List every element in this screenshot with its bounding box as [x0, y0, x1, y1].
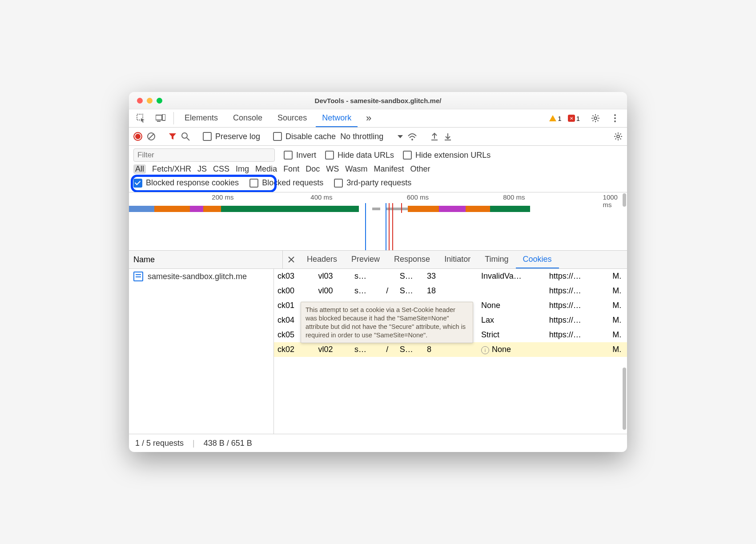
- network-conditions-icon[interactable]: [407, 132, 417, 140]
- download-har-icon[interactable]: [443, 132, 452, 141]
- cookie-row[interactable]: ck02vl02s…/S…8iNoneM.: [274, 342, 627, 357]
- minimize-button[interactable]: [147, 98, 153, 104]
- third-party-checkbox[interactable]: 3rd-party requests: [334, 178, 411, 188]
- throttling-value: No throttling: [340, 132, 383, 141]
- cookie-cell: https://…: [546, 284, 609, 298]
- cookie-row[interactable]: ck00vl00s…/S…18https://…M.: [274, 284, 627, 298]
- cookie-cell: Strict: [478, 328, 546, 342]
- cookie-cell: InvalidVa…: [478, 269, 546, 284]
- network-settings-gear-icon[interactable]: [614, 132, 623, 141]
- svg-point-10: [182, 133, 187, 138]
- cookie-cell: M.: [609, 342, 627, 357]
- scrollbar[interactable]: [623, 193, 626, 207]
- type-media[interactable]: Media: [255, 164, 277, 174]
- dtab-response[interactable]: Response: [387, 251, 437, 268]
- type-fetchxhr[interactable]: Fetch/XHR: [152, 164, 191, 174]
- type-font[interactable]: Font: [283, 164, 299, 174]
- type-css[interactable]: CSS: [213, 164, 229, 174]
- more-tabs-icon[interactable]: »: [360, 109, 377, 127]
- divider: [173, 112, 174, 124]
- type-other[interactable]: Other: [410, 164, 430, 174]
- filter-input[interactable]: [133, 148, 275, 162]
- type-filter-row: All Fetch/XHR JS CSS Img Media Font Doc …: [129, 162, 627, 176]
- checkbox-checked-icon: [133, 179, 142, 188]
- dtab-cookies[interactable]: Cookies: [516, 251, 559, 268]
- dtab-initiator[interactable]: Initiator: [437, 251, 478, 268]
- cookie-cell: ck00: [274, 284, 315, 298]
- record-button[interactable]: [133, 132, 142, 141]
- preserve-log-checkbox[interactable]: Preserve log: [203, 132, 260, 141]
- dtab-timing[interactable]: Timing: [478, 251, 515, 268]
- svg-point-6: [614, 117, 616, 119]
- disable-cache-checkbox[interactable]: Disable cache: [273, 132, 336, 141]
- checkbox-icon: [273, 132, 282, 141]
- filter-toggle-icon[interactable]: [169, 132, 177, 140]
- cookie-cell: [546, 342, 609, 357]
- cookie-cell: /: [382, 284, 396, 298]
- hide-ext-urls-checkbox[interactable]: Hide extension URLs: [403, 151, 491, 160]
- status-bar: 1 / 5 requests | 438 B / 651 B: [129, 434, 627, 452]
- invert-checkbox[interactable]: Invert: [284, 151, 316, 160]
- device-toggle-icon[interactable]: [152, 109, 169, 127]
- upload-har-icon[interactable]: [430, 132, 439, 141]
- hide-data-urls-checkbox[interactable]: Hide data URLs: [325, 151, 394, 160]
- maximize-button[interactable]: [157, 98, 162, 104]
- clear-button[interactable]: [147, 132, 156, 141]
- warnings-badge[interactable]: 1: [549, 109, 561, 127]
- throttling-select[interactable]: No throttling: [340, 132, 403, 141]
- cookie-cell: [464, 284, 478, 298]
- close-button[interactable]: [137, 98, 143, 104]
- tab-network[interactable]: Network: [316, 109, 358, 127]
- request-list[interactable]: samesite-sandbox.glitch.me: [129, 269, 274, 434]
- type-ws[interactable]: WS: [326, 164, 339, 174]
- cookie-cell: Lax: [478, 313, 546, 328]
- error-icon: ✕: [568, 115, 575, 122]
- search-icon[interactable]: [181, 132, 190, 141]
- type-doc[interactable]: Doc: [306, 164, 320, 174]
- type-all[interactable]: All: [133, 164, 146, 174]
- svg-point-12: [411, 139, 413, 140]
- errors-badge[interactable]: ✕ 1: [568, 109, 580, 127]
- timeline-overview[interactable]: 200 ms 400 ms 600 ms 800 ms 1000 ms: [129, 192, 627, 251]
- overview-bar: [129, 206, 359, 212]
- cookie-cell: M.: [609, 284, 627, 298]
- tick: 600 ms: [407, 193, 429, 201]
- document-icon: [133, 272, 143, 281]
- tab-console[interactable]: Console: [227, 109, 269, 127]
- warning-icon: [549, 115, 556, 121]
- blocked-req-label: Blocked requests: [262, 178, 323, 188]
- tab-sources[interactable]: Sources: [271, 109, 313, 127]
- cookie-cell: ck03: [274, 269, 315, 284]
- request-row[interactable]: samesite-sandbox.glitch.me: [129, 269, 273, 284]
- cookie-cell: [450, 284, 464, 298]
- type-wasm[interactable]: Wasm: [345, 164, 367, 174]
- scrollbar[interactable]: [623, 368, 626, 430]
- svg-point-7: [614, 120, 616, 122]
- type-img[interactable]: Img: [236, 164, 249, 174]
- cookies-panel[interactable]: ck03vl03s…S…33InvalidVa…https://…M.ck00v…: [274, 269, 627, 434]
- type-js[interactable]: JS: [197, 164, 207, 174]
- cookie-cell: M.: [609, 269, 627, 284]
- type-manifest[interactable]: Manifest: [374, 164, 404, 174]
- cookie-cell: M.: [609, 313, 627, 328]
- dtab-preview[interactable]: Preview: [344, 251, 387, 268]
- blocked-response-cookies-checkbox[interactable]: Blocked response cookies: [133, 178, 239, 188]
- settings-gear-icon[interactable]: [587, 109, 604, 127]
- name-column-header[interactable]: Name: [129, 251, 283, 268]
- cookie-row[interactable]: ck03vl03s…S…33InvalidVa…https://…M.: [274, 269, 627, 284]
- blocked-cookie-tooltip: This attempt to set a cookie via a Set-C…: [301, 302, 473, 343]
- cookie-cell: https://…: [546, 298, 609, 313]
- tab-elements[interactable]: Elements: [178, 109, 224, 127]
- kebab-menu-icon[interactable]: [607, 109, 623, 127]
- blocked-cookies-label: Blocked response cookies: [146, 178, 239, 188]
- chevron-down-icon: [398, 135, 403, 138]
- hide-ext-label: Hide extension URLs: [415, 151, 491, 160]
- cookie-cell: [478, 284, 546, 298]
- inspect-icon[interactable]: [133, 109, 149, 127]
- invert-label: Invert: [296, 151, 316, 160]
- close-details-button[interactable]: [283, 251, 300, 268]
- dtab-headers[interactable]: Headers: [300, 251, 344, 268]
- blocked-requests-checkbox[interactable]: Blocked requests: [249, 178, 323, 188]
- cookie-cell: [450, 342, 464, 357]
- cookie-cell: https://…: [546, 269, 609, 284]
